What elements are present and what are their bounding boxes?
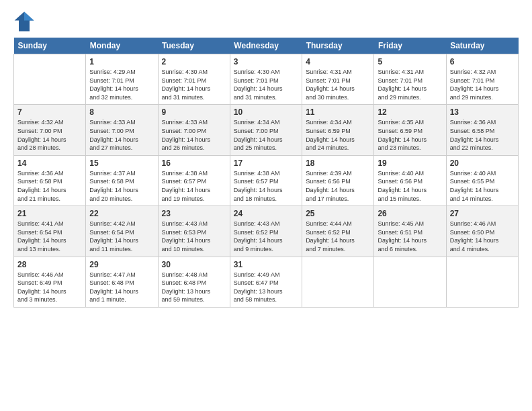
day-info: Sunrise: 4:32 AM Sunset: 7:01 PM Dayligh…	[450, 68, 515, 101]
day-info: Sunrise: 4:43 AM Sunset: 6:53 PM Dayligh…	[162, 220, 226, 253]
day-number: 27	[450, 209, 515, 218]
day-info: Sunrise: 4:46 AM Sunset: 6:50 PM Dayligh…	[450, 220, 515, 253]
day-number: 19	[378, 158, 442, 168]
day-cell	[374, 257, 446, 307]
header-cell-wednesday: Wednesday	[230, 38, 302, 54]
day-info: Sunrise: 4:31 AM Sunset: 7:01 PM Dayligh…	[378, 68, 442, 101]
day-info: Sunrise: 4:36 AM Sunset: 6:58 PM Dayligh…	[17, 169, 82, 203]
day-cell: 24Sunrise: 4:43 AM Sunset: 6:52 PM Dayli…	[230, 206, 302, 257]
day-number: 30	[162, 260, 226, 269]
day-cell: 30Sunrise: 4:48 AM Sunset: 6:48 PM Dayli…	[158, 257, 230, 307]
day-info: Sunrise: 4:40 AM Sunset: 6:56 PM Dayligh…	[378, 169, 442, 203]
day-cell: 8Sunrise: 4:33 AM Sunset: 7:00 PM Daylig…	[86, 105, 158, 155]
day-number: 7	[17, 107, 82, 117]
calendar-table: SundayMondayTuesdayWednesdayThursdayFrid…	[13, 38, 519, 308]
day-info: Sunrise: 4:46 AM Sunset: 6:49 PM Dayligh…	[17, 271, 82, 304]
day-cell: 18Sunrise: 4:39 AM Sunset: 6:56 PM Dayli…	[302, 155, 374, 205]
day-number: 13	[450, 107, 515, 117]
day-info: Sunrise: 4:47 AM Sunset: 6:48 PM Dayligh…	[89, 271, 154, 304]
day-number: 20	[450, 158, 515, 168]
week-row-1: 1Sunrise: 4:29 AM Sunset: 7:01 PM Daylig…	[14, 54, 519, 105]
header-cell-thursday: Thursday	[302, 38, 374, 54]
day-cell: 4Sunrise: 4:31 AM Sunset: 7:01 PM Daylig…	[302, 54, 374, 105]
day-info: Sunrise: 4:41 AM Sunset: 6:54 PM Dayligh…	[17, 220, 82, 253]
day-cell: 1Sunrise: 4:29 AM Sunset: 7:01 PM Daylig…	[86, 54, 158, 105]
day-cell: 9Sunrise: 4:33 AM Sunset: 7:00 PM Daylig…	[158, 105, 230, 155]
day-info: Sunrise: 4:34 AM Sunset: 6:59 PM Dayligh…	[306, 118, 370, 152]
day-cell: 16Sunrise: 4:38 AM Sunset: 6:57 PM Dayli…	[158, 155, 230, 205]
header-row: SundayMondayTuesdayWednesdayThursdayFrid…	[14, 38, 519, 54]
day-cell: 31Sunrise: 4:49 AM Sunset: 6:47 PM Dayli…	[230, 257, 302, 307]
day-info: Sunrise: 4:29 AM Sunset: 7:01 PM Dayligh…	[89, 68, 154, 101]
day-number: 16	[162, 158, 226, 168]
day-cell: 27Sunrise: 4:46 AM Sunset: 6:50 PM Dayli…	[446, 206, 518, 257]
header-cell-friday: Friday	[374, 38, 446, 54]
day-cell: 7Sunrise: 4:32 AM Sunset: 7:00 PM Daylig…	[14, 105, 86, 155]
day-cell: 3Sunrise: 4:30 AM Sunset: 7:01 PM Daylig…	[230, 54, 302, 105]
day-info: Sunrise: 4:30 AM Sunset: 7:01 PM Dayligh…	[234, 68, 298, 101]
svg-marker-1	[24, 12, 34, 21]
day-number: 22	[89, 209, 154, 218]
header-cell-saturday: Saturday	[446, 38, 518, 54]
day-number: 10	[234, 107, 298, 117]
day-info: Sunrise: 4:45 AM Sunset: 6:51 PM Dayligh…	[378, 220, 442, 253]
day-number: 11	[306, 107, 370, 117]
week-row-4: 21Sunrise: 4:41 AM Sunset: 6:54 PM Dayli…	[14, 206, 519, 257]
day-info: Sunrise: 4:33 AM Sunset: 7:00 PM Dayligh…	[89, 118, 154, 152]
day-info: Sunrise: 4:40 AM Sunset: 6:55 PM Dayligh…	[450, 169, 515, 203]
day-cell: 19Sunrise: 4:40 AM Sunset: 6:56 PM Dayli…	[374, 155, 446, 205]
week-row-3: 14Sunrise: 4:36 AM Sunset: 6:58 PM Dayli…	[14, 155, 519, 205]
day-cell: 5Sunrise: 4:31 AM Sunset: 7:01 PM Daylig…	[374, 54, 446, 105]
day-info: Sunrise: 4:43 AM Sunset: 6:52 PM Dayligh…	[234, 220, 298, 253]
day-number: 17	[234, 158, 298, 168]
day-number: 5	[378, 57, 442, 66]
page: SundayMondayTuesdayWednesdayThursdayFrid…	[0, 0, 532, 314]
logo	[13, 11, 38, 32]
day-cell: 6Sunrise: 4:32 AM Sunset: 7:01 PM Daylig…	[446, 54, 518, 105]
day-cell: 12Sunrise: 4:35 AM Sunset: 6:59 PM Dayli…	[374, 105, 446, 155]
header	[13, 11, 519, 32]
day-cell: 22Sunrise: 4:42 AM Sunset: 6:54 PM Dayli…	[86, 206, 158, 257]
day-info: Sunrise: 4:31 AM Sunset: 7:01 PM Dayligh…	[306, 68, 370, 101]
day-number: 6	[450, 57, 515, 66]
day-info: Sunrise: 4:42 AM Sunset: 6:54 PM Dayligh…	[89, 220, 154, 253]
day-cell: 13Sunrise: 4:36 AM Sunset: 6:58 PM Dayli…	[446, 105, 518, 155]
day-cell: 21Sunrise: 4:41 AM Sunset: 6:54 PM Dayli…	[14, 206, 86, 257]
day-number: 4	[306, 57, 370, 66]
day-number: 3	[234, 57, 298, 66]
day-info: Sunrise: 4:36 AM Sunset: 6:58 PM Dayligh…	[450, 118, 515, 152]
logo-icon	[13, 11, 35, 32]
day-cell: 10Sunrise: 4:34 AM Sunset: 7:00 PM Dayli…	[230, 105, 302, 155]
day-number: 24	[234, 209, 298, 218]
header-cell-sunday: Sunday	[14, 38, 86, 54]
week-row-5: 28Sunrise: 4:46 AM Sunset: 6:49 PM Dayli…	[14, 257, 519, 307]
header-cell-monday: Monday	[86, 38, 158, 54]
day-number: 21	[17, 209, 82, 218]
day-cell: 14Sunrise: 4:36 AM Sunset: 6:58 PM Dayli…	[14, 155, 86, 205]
day-info: Sunrise: 4:48 AM Sunset: 6:48 PM Dayligh…	[162, 271, 226, 304]
day-cell: 23Sunrise: 4:43 AM Sunset: 6:53 PM Dayli…	[158, 206, 230, 257]
day-cell: 11Sunrise: 4:34 AM Sunset: 6:59 PM Dayli…	[302, 105, 374, 155]
day-number: 23	[162, 209, 226, 218]
day-info: Sunrise: 4:38 AM Sunset: 6:57 PM Dayligh…	[162, 169, 226, 203]
day-number: 12	[378, 107, 442, 117]
day-info: Sunrise: 4:32 AM Sunset: 7:00 PM Dayligh…	[17, 118, 82, 152]
day-cell: 17Sunrise: 4:38 AM Sunset: 6:57 PM Dayli…	[230, 155, 302, 205]
day-info: Sunrise: 4:39 AM Sunset: 6:56 PM Dayligh…	[306, 169, 370, 203]
day-cell	[14, 54, 86, 105]
day-number: 2	[162, 57, 226, 66]
day-cell: 26Sunrise: 4:45 AM Sunset: 6:51 PM Dayli…	[374, 206, 446, 257]
day-number: 9	[162, 107, 226, 117]
day-info: Sunrise: 4:44 AM Sunset: 6:52 PM Dayligh…	[306, 220, 370, 253]
day-cell: 15Sunrise: 4:37 AM Sunset: 6:58 PM Dayli…	[86, 155, 158, 205]
day-number: 18	[306, 158, 370, 168]
day-cell: 25Sunrise: 4:44 AM Sunset: 6:52 PM Dayli…	[302, 206, 374, 257]
day-number: 26	[378, 209, 442, 218]
week-row-2: 7Sunrise: 4:32 AM Sunset: 7:00 PM Daylig…	[14, 105, 519, 155]
day-info: Sunrise: 4:49 AM Sunset: 6:47 PM Dayligh…	[234, 271, 298, 304]
day-info: Sunrise: 4:30 AM Sunset: 7:01 PM Dayligh…	[162, 68, 226, 101]
day-cell	[302, 257, 374, 307]
day-number: 1	[89, 57, 154, 66]
day-info: Sunrise: 4:34 AM Sunset: 7:00 PM Dayligh…	[234, 118, 298, 152]
day-number: 28	[17, 260, 82, 269]
